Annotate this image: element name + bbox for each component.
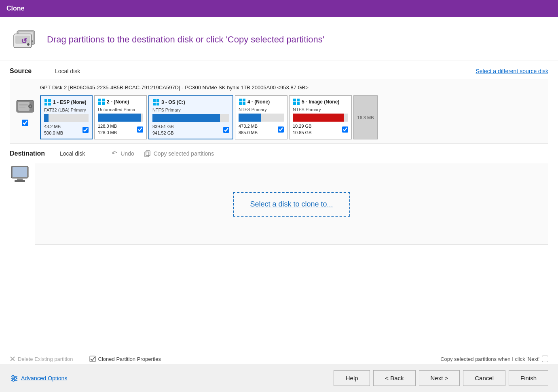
copy-partitions-label: Copy selected partitions xyxy=(154,150,214,157)
partition-4-name: 4 - (None) xyxy=(247,99,270,105)
source-disk-checkbox[interactable] xyxy=(22,120,28,126)
partition-4-checkbox[interactable] xyxy=(278,126,284,133)
finish-button[interactable]: Finish xyxy=(509,370,548,386)
svg-rect-29 xyxy=(293,99,296,101)
clone-icon: ↺ xyxy=(10,25,39,54)
svg-rect-25 xyxy=(239,99,242,101)
source-disk-content: GPT Disk 2 [BB06C645-2235-4B5B-BCAC-7912… xyxy=(40,83,543,139)
svg-text:↺: ↺ xyxy=(21,37,27,45)
partition-5: 5 - Image (None) NTFS Primary 10.29 GB 1… xyxy=(289,95,352,139)
partition-5-header: 5 - Image (None) xyxy=(293,98,348,105)
copy-next-label: Copy selected partitions when I click 'N… xyxy=(440,356,539,362)
svg-rect-27 xyxy=(239,102,242,105)
svg-rect-36 xyxy=(13,167,27,177)
partition-1-header: 1 - ESP (None) xyxy=(44,99,89,106)
options-row: Delete Existing partition Cloned Partiti… xyxy=(0,354,558,364)
partition-3-checkbox[interactable] xyxy=(223,127,229,133)
partition-3-bar xyxy=(152,114,229,122)
title-bar: Clone xyxy=(0,0,558,17)
cancel-button[interactable]: Cancel xyxy=(463,370,505,386)
svg-rect-26 xyxy=(243,99,245,101)
small-partition: 16.3 MB xyxy=(353,95,378,139)
svg-rect-23 xyxy=(153,103,156,105)
header-title: Drag partitions to the destination disk … xyxy=(47,34,324,45)
windows-icon-2 xyxy=(98,98,105,105)
partition-2-header: 2 - (None) xyxy=(98,98,143,105)
source-label: Source xyxy=(10,67,50,75)
title-label: Clone xyxy=(6,5,24,12)
svg-rect-34 xyxy=(145,152,149,157)
svg-rect-8 xyxy=(18,102,30,111)
svg-rect-30 xyxy=(297,99,300,101)
svg-rect-15 xyxy=(44,103,47,105)
partition-3-name: 3 - OS (C:) xyxy=(161,99,185,105)
partition-4-header: 4 - (None) xyxy=(239,98,284,105)
delete-partition-label: Delete Existing partition xyxy=(18,356,73,362)
partition-3-header: 3 - OS (C:) xyxy=(152,99,229,106)
svg-rect-11 xyxy=(19,104,28,105)
partition-4-sizes: 473.2 MB 885.0 MB xyxy=(239,123,258,136)
cloned-properties-option[interactable]: Cloned Partition Properties xyxy=(89,356,161,362)
undo-icon xyxy=(111,150,118,157)
next-button[interactable]: Next > xyxy=(419,370,460,386)
partition-2-sizes: 128.0 MB 128.0 MB xyxy=(98,123,117,136)
source-disk-icon-col xyxy=(15,96,35,126)
partition-4-bar xyxy=(239,114,284,122)
destination-icon-col xyxy=(10,161,35,186)
back-button[interactable]: < Back xyxy=(373,370,415,386)
bottom-toolbar: Advanced Options Help < Back Next > Canc… xyxy=(0,364,558,392)
source-disk-title: GPT Disk 2 [BB06C645-2235-4B5B-BCAC-7912… xyxy=(40,83,543,92)
partition-1-bar xyxy=(44,114,89,122)
advanced-options-button[interactable]: Advanced Options xyxy=(10,374,67,383)
partition-5-bar xyxy=(293,114,348,122)
partition-3-footer: 839.51 GB 941.52 GB xyxy=(152,124,229,136)
windows-icon-4 xyxy=(239,98,246,105)
svg-rect-38 xyxy=(15,180,25,182)
svg-rect-12 xyxy=(19,107,25,107)
cloned-properties-label: Cloned Partition Properties xyxy=(98,356,161,362)
copy-next-checkbox[interactable] xyxy=(542,356,548,362)
advanced-options-label: Advanced Options xyxy=(21,375,67,381)
svg-rect-19 xyxy=(98,102,101,105)
windows-icon-5 xyxy=(293,98,300,105)
copy-icon xyxy=(144,150,151,157)
partition-2-bar xyxy=(98,114,143,122)
select-disk-link[interactable]: Select a disk to clone to... xyxy=(233,192,350,217)
select-source-link[interactable]: Select a different source disk xyxy=(476,68,548,74)
source-header: Source Local disk Select a different sou… xyxy=(10,67,548,75)
destination-header: Destination Local disk Undo Copy selecte… xyxy=(10,150,548,157)
partition-1-footer: 43.2 MB 500.0 MB xyxy=(44,124,89,136)
partition-1-type: FAT32 (LBA) Primary xyxy=(44,107,89,112)
svg-rect-16 xyxy=(48,103,51,105)
svg-point-45 xyxy=(15,377,17,379)
partition-3-type: NTFS Primary xyxy=(152,107,229,112)
partition-4-type: NTFS Primary xyxy=(239,107,284,112)
svg-rect-20 xyxy=(102,102,105,105)
partition-5-checkbox[interactable] xyxy=(342,126,348,133)
svg-rect-22 xyxy=(156,99,159,102)
monitor-icon xyxy=(10,164,30,185)
partition-1-name: 1 - ESP (None) xyxy=(53,99,86,105)
partition-5-type: NTFS Primary xyxy=(293,107,348,112)
partition-2-checkbox[interactable] xyxy=(137,126,143,133)
svg-rect-31 xyxy=(293,102,296,105)
svg-rect-14 xyxy=(48,99,51,102)
svg-rect-37 xyxy=(17,179,23,180)
help-button[interactable]: Help xyxy=(334,370,370,386)
destination-sublabel: Local disk xyxy=(60,150,85,157)
partition-3-sizes: 839.51 GB 941.52 GB xyxy=(152,124,174,136)
svg-point-47 xyxy=(13,379,15,381)
svg-rect-24 xyxy=(156,103,159,105)
partition-1-checkbox[interactable] xyxy=(82,127,89,133)
partition-1-sizes: 43.2 MB 500.0 MB xyxy=(44,124,63,136)
svg-rect-32 xyxy=(297,102,300,105)
destination-label: Destination xyxy=(10,150,50,157)
partition-4-footer: 473.2 MB 885.0 MB xyxy=(239,123,284,136)
copy-next-row: Copy selected partitions when I click 'N… xyxy=(440,356,548,362)
small-partition-size: 16.3 MB xyxy=(357,115,374,120)
partition-4: 4 - (None) NTFS Primary 473.2 MB 885.0 M… xyxy=(235,95,287,139)
copy-partitions-button[interactable]: Copy selected partitions xyxy=(144,150,214,157)
undo-button[interactable]: Undo xyxy=(111,150,134,157)
main-content: ↺ Drag partitions to the destination dis… xyxy=(0,17,558,364)
partition-2: 2 - (None) Unformatted Prima 128.0 MB 12… xyxy=(94,95,147,139)
